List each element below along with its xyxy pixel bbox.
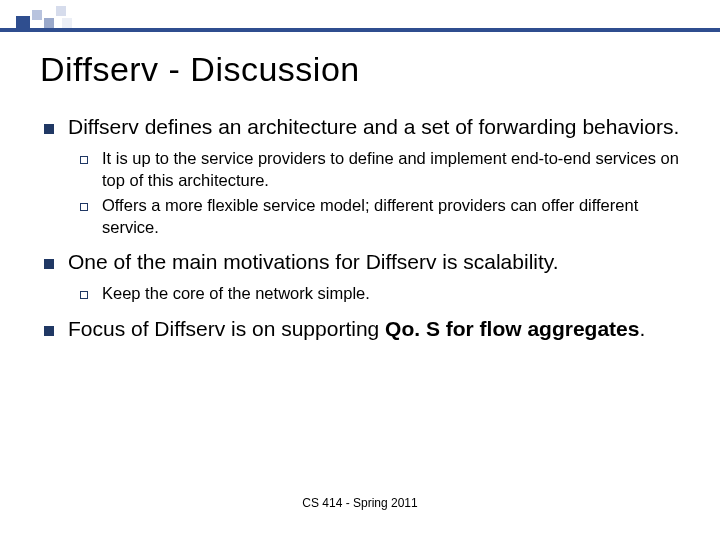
bullet-level2: Offers a more flexible service model; di… (80, 195, 680, 238)
bullet-level1: One of the main motivations for Diffserv… (40, 248, 680, 275)
bullet-text: Focus of Diffserv is on supporting Qo. S… (68, 315, 680, 342)
bullet-level2: It is up to the service providers to def… (80, 148, 680, 191)
square-bullet-icon (40, 113, 68, 140)
hollow-square-bullet-icon (80, 283, 102, 304)
slide-footer: CS 414 - Spring 2011 (0, 496, 720, 540)
bullet-level1: Diffserv defines an architecture and a s… (40, 113, 680, 140)
bullet-text: It is up to the service providers to def… (102, 148, 680, 191)
bullet-level2: Keep the core of the network simple. (80, 283, 680, 304)
bullet-level1: Focus of Diffserv is on supporting Qo. S… (40, 315, 680, 342)
bullet-text: Diffserv defines an architecture and a s… (68, 113, 680, 140)
bullet-text: One of the main motivations for Diffserv… (68, 248, 680, 275)
bullet-text: Offers a more flexible service model; di… (102, 195, 680, 238)
hollow-square-bullet-icon (80, 148, 102, 191)
square-bullet-icon (40, 315, 68, 342)
bullet-text: Keep the core of the network simple. (102, 283, 680, 304)
square-bullet-icon (40, 248, 68, 275)
hollow-square-bullet-icon (80, 195, 102, 238)
slide-title: Diffserv - Discussion (40, 50, 680, 89)
